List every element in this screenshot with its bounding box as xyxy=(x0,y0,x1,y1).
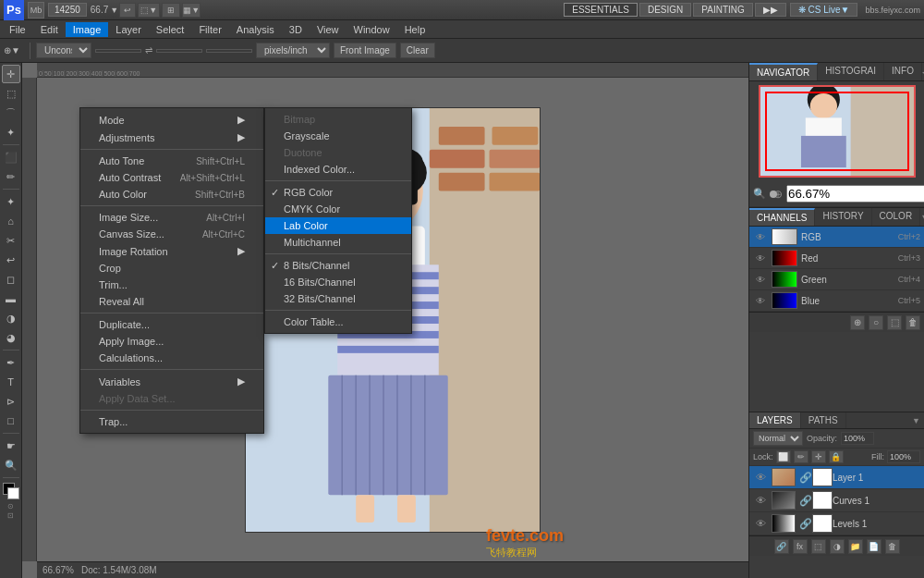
menu-help[interactable]: Help xyxy=(397,22,433,37)
menu-filter[interactable]: Filter xyxy=(191,22,228,37)
lock-transparent-btn[interactable]: ⬜ xyxy=(776,450,791,463)
menu-image[interactable]: Image xyxy=(66,22,109,37)
eyedropper-tool[interactable]: ✏ xyxy=(2,167,20,186)
type-tool[interactable]: T xyxy=(2,373,20,391)
crop-tool[interactable]: ⬛ xyxy=(2,148,20,166)
dodge-tool[interactable]: ◕ xyxy=(2,328,20,347)
background-color[interactable] xyxy=(7,487,19,499)
layer-eye-1[interactable]: 👁 xyxy=(753,472,768,483)
mode-grayscale[interactable]: Grayscale xyxy=(265,128,411,144)
tab-paths[interactable]: PATHS xyxy=(801,412,846,428)
mode-16bit[interactable]: 16 Bits/Channel xyxy=(265,274,411,290)
layer-link-1[interactable]: 🔗 xyxy=(799,472,810,484)
channels-collapse-icon[interactable]: ▼ xyxy=(920,213,924,222)
clone-stamp-tool[interactable]: ✂ xyxy=(2,231,20,250)
layer-eye-levels[interactable]: 👁 xyxy=(753,518,768,529)
menu-canvas-size[interactable]: Canvas Size... Alt+Ctrl+C xyxy=(80,226,263,242)
menu-variables[interactable]: Variables ▶ xyxy=(80,373,263,390)
layer-link-levels[interactable]: 🔗 xyxy=(799,518,810,530)
menu-duplicate[interactable]: Duplicate... xyxy=(80,316,263,333)
menu-layer[interactable]: Layer xyxy=(108,22,149,37)
layer-link-curves[interactable]: 🔗 xyxy=(799,495,810,507)
marquee-tool[interactable]: ⬚ xyxy=(2,84,20,103)
channel-row-rgb[interactable]: 👁 RGB Ctrl+2 xyxy=(749,227,924,248)
layer-adjustment-btn[interactable]: ◑ xyxy=(830,539,845,554)
menu-mode[interactable]: Mode ▶ xyxy=(80,111,263,129)
lasso-tool[interactable]: ⌒ xyxy=(2,104,20,122)
menu-calculations[interactable]: Calculations... xyxy=(80,350,263,366)
menu-file[interactable]: File xyxy=(2,22,33,37)
menu-trap[interactable]: Trap... xyxy=(80,413,263,430)
blur-tool[interactable]: ◑ xyxy=(2,309,20,327)
channels-save-btn[interactable]: ⬚ xyxy=(887,315,902,330)
mode-32bit[interactable]: 32 Bits/Channel xyxy=(265,290,411,307)
quick-mask-btn[interactable]: ⊙ xyxy=(7,502,14,510)
menu-window[interactable]: Window xyxy=(346,22,397,37)
menu-image-rotation[interactable]: Image Rotation ▶ xyxy=(80,242,263,260)
nav-zoom-thumb[interactable] xyxy=(770,191,777,198)
crop-resolution-input[interactable] xyxy=(206,49,252,53)
eraser-tool[interactable]: ◻ xyxy=(2,270,20,289)
nav-zoom-input[interactable] xyxy=(786,185,924,203)
magic-wand-tool[interactable]: ✦ xyxy=(2,123,20,141)
menu-crop[interactable]: Crop xyxy=(80,260,263,277)
menu-trim[interactable]: Trim... xyxy=(80,277,263,293)
fill-input[interactable] xyxy=(887,450,920,463)
menu-analysis[interactable]: Analysis xyxy=(229,22,282,37)
channel-row-blue[interactable]: 👁 Blue Ctrl+5 xyxy=(749,290,924,312)
channels-delete-btn[interactable]: 🗑 xyxy=(906,315,920,330)
tab-history[interactable]: HISTORY xyxy=(815,208,871,226)
path-selection-tool[interactable]: ⊳ xyxy=(2,392,20,411)
tab-navigator[interactable]: NAVIGATOR xyxy=(749,63,818,80)
gradient-tool[interactable]: ▬ xyxy=(2,289,20,308)
mode-rgb[interactable]: ✓ RGB Color xyxy=(265,184,411,201)
design-btn[interactable]: DESIGN xyxy=(639,3,691,17)
channel-eye-rgb[interactable]: 👁 xyxy=(753,232,768,242)
cs-live-btn[interactable]: ❋ CS Live▼ xyxy=(790,3,858,17)
menu-3d[interactable]: 3D xyxy=(282,22,310,37)
screen-mode-btn[interactable]: ⊡ xyxy=(7,511,14,520)
blend-mode-select[interactable]: Normal xyxy=(753,431,803,446)
nav-zoom-out-icon[interactable]: 🔍 xyxy=(753,188,766,200)
layer-row-curves[interactable]: 👁 🔗 Curves 1 xyxy=(749,489,924,512)
channels-add-btn[interactable]: ⊕ xyxy=(850,315,865,330)
hand-tool[interactable]: ☛ xyxy=(2,437,20,455)
layer-style-btn[interactable]: fx xyxy=(793,539,808,554)
more-workspaces-btn[interactable]: ▶▶ xyxy=(755,3,786,17)
channel-row-red[interactable]: 👁 Red Ctrl+3 xyxy=(749,248,924,269)
channel-row-green[interactable]: 👁 Green Ctrl+4 xyxy=(749,269,924,290)
menu-reveal-all[interactable]: Reveal All xyxy=(80,293,263,310)
opacity-input[interactable] xyxy=(841,432,874,445)
essentials-btn[interactable]: ESSENTIALS xyxy=(564,3,638,17)
zoom-tool[interactable]: 🔍 xyxy=(2,456,20,474)
lock-all-btn[interactable]: 🔒 xyxy=(829,450,844,463)
layer-row-1[interactable]: 👁 🔗 Layer 1 xyxy=(749,466,924,489)
layer-new-btn[interactable]: 📄 xyxy=(867,539,881,554)
painting-btn[interactable]: PAINTING xyxy=(693,3,752,17)
layer-group-btn[interactable]: 📁 xyxy=(848,539,863,554)
mode-multichannel[interactable]: Multichannel xyxy=(265,234,411,251)
lock-position-btn[interactable]: ✛ xyxy=(811,450,826,463)
clear-btn[interactable]: Clear xyxy=(400,43,435,58)
menu-auto-tone[interactable]: Auto Tone Shift+Ctrl+L xyxy=(80,153,263,169)
tab-layers[interactable]: LAYERS xyxy=(749,412,801,428)
menu-adjustments[interactable]: Adjustments ▶ xyxy=(80,129,263,146)
channel-eye-green[interactable]: 👁 xyxy=(753,275,768,285)
mode-8bit[interactable]: ✓ 8 Bits/Channel xyxy=(265,257,411,274)
crop-height-input[interactable] xyxy=(156,49,202,53)
channel-eye-red[interactable]: 👁 xyxy=(753,253,768,264)
mode-lab[interactable]: Lab Color xyxy=(265,217,411,234)
menu-edit[interactable]: Edit xyxy=(33,22,66,37)
menu-select[interactable]: Select xyxy=(149,22,192,37)
mode-cmyk[interactable]: CMYK Color xyxy=(265,201,411,217)
channel-eye-blue[interactable]: 👁 xyxy=(753,296,768,306)
brush-tool[interactable]: ⌂ xyxy=(2,212,20,230)
color-swatch[interactable] xyxy=(3,483,19,499)
crop-ratio-select[interactable]: Unconstrained xyxy=(36,43,91,58)
layer-delete-btn[interactable]: 🗑 xyxy=(885,539,900,554)
tab-channels[interactable]: CHANNELS xyxy=(749,208,815,226)
menu-view[interactable]: View xyxy=(310,22,346,37)
history-brush-tool[interactable]: ↩ xyxy=(2,251,20,269)
layer-eye-curves[interactable]: 👁 xyxy=(753,495,768,506)
pen-tool[interactable]: ✒ xyxy=(2,353,20,372)
